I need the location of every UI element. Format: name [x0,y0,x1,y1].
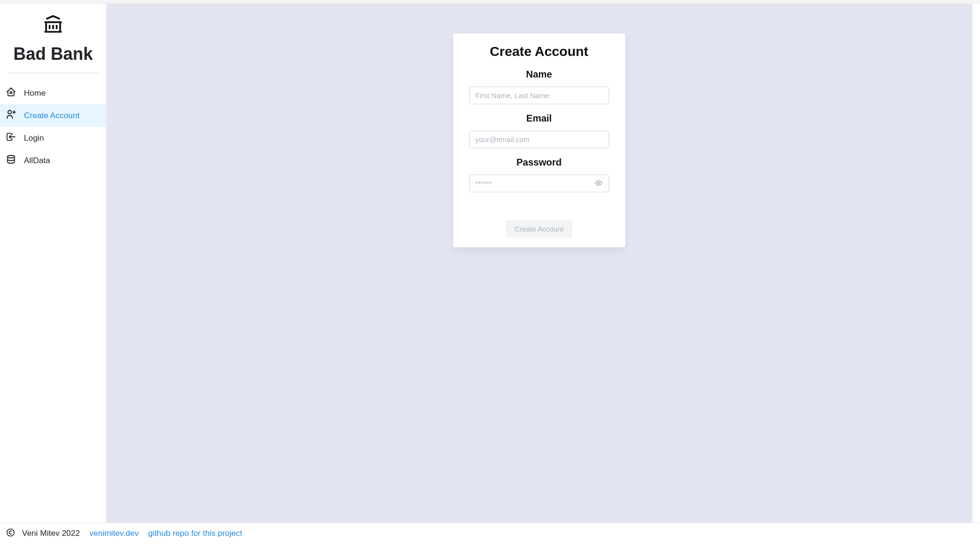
create-account-card: Create Account Name Email Password Crea [453,33,625,247]
content-area: Create Account Name Email Password Crea [106,4,972,522]
footer-copyright-wrap: Veni Mitev 2022 [6,528,80,540]
database-icon [6,154,16,167]
card-title: Create Account [469,44,609,59]
svg-rect-7 [10,92,12,94]
password-wrap [469,175,609,192]
sidebar-item-home[interactable]: Home [0,82,106,104]
svg-point-12 [598,182,599,184]
sidebar-item-label: Login [24,133,44,143]
footer: Veni Mitev 2022 venimitev.dev github rep… [0,522,980,544]
footer-link-site[interactable]: venimitev.dev [89,529,139,538]
name-input[interactable] [469,87,609,104]
logo-wrap [0,13,106,36]
create-account-button[interactable]: Create Account [506,220,572,238]
sidebar: Bad Bank Home [0,4,106,522]
sidebar-nav: Home Create Account [0,82,106,172]
footer-link-repo[interactable]: github repo for this project [148,529,243,538]
footer-copyright-text: Veni Mitev 2022 [22,529,80,538]
app-title: Bad Bank [0,38,106,73]
sidebar-item-login[interactable]: Login [0,127,106,149]
svg-point-8 [8,111,11,114]
password-label: Password [469,157,609,168]
password-input[interactable] [469,175,609,192]
top-bar [0,0,980,4]
email-input[interactable] [469,131,609,148]
login-icon [6,132,16,144]
sidebar-divider [8,73,99,73]
name-label: Name [469,69,609,80]
main-container: Bad Bank Home [0,4,980,522]
svg-point-11 [8,155,15,158]
user-plus-icon [6,109,16,122]
home-icon [6,87,16,100]
sidebar-item-create-account[interactable]: Create Account [0,104,106,127]
bank-icon [43,13,64,36]
sidebar-item-label: Home [24,89,45,98]
copyright-icon [6,528,15,540]
svg-point-13 [7,529,14,536]
sidebar-item-label: Create Account [24,111,79,121]
eye-icon [595,179,602,188]
email-label: Email [469,113,609,124]
right-gutter [972,4,980,522]
toggle-password-visibility-button[interactable] [593,177,604,190]
sidebar-item-alldata[interactable]: AllData [0,149,106,172]
sidebar-item-label: AllData [24,156,50,166]
